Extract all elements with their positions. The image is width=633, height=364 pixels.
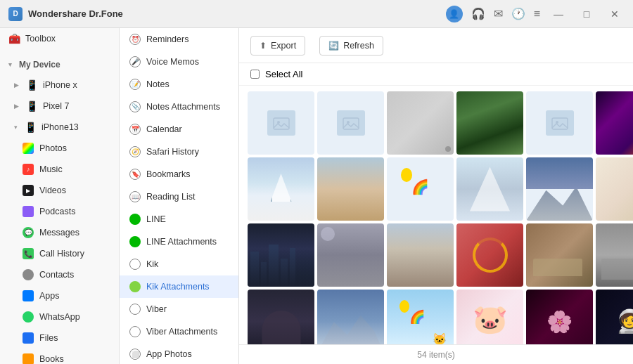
- kik-icon: [129, 259, 141, 270]
- mid-item-line-attachments[interactable]: LINE Attachments: [120, 230, 238, 253]
- sidebar-item-photos[interactable]: Photos: [0, 138, 119, 159]
- svg-rect-2: [343, 118, 359, 129]
- photo-grid: 🌈: [239, 86, 633, 344]
- photo-portrait[interactable]: [248, 290, 314, 344]
- sidebar-item-messages[interactable]: 💬 Messages: [0, 222, 119, 243]
- sidebar-item-call-history[interactable]: 📞 Call History: [0, 243, 119, 264]
- mid-item-kik-attachments[interactable]: Kik Attachments: [120, 275, 238, 298]
- mid-item-notes[interactable]: 📝 Notes: [120, 73, 238, 96]
- history-icon[interactable]: 🕐: [511, 7, 525, 20]
- photo-placeholder-2[interactable]: [317, 91, 384, 155]
- mid-item-app-photos[interactable]: ⬜ App Photos: [120, 343, 238, 364]
- app-photos-label: App Photos: [146, 349, 192, 359]
- headphone-icon[interactable]: 🎧: [471, 7, 485, 20]
- photo-rock-face[interactable]: [317, 223, 384, 287]
- app-title: Wondershare Dr.Fone: [28, 8, 123, 19]
- videos-icon: ▶: [23, 185, 34, 196]
- line-label: LINE: [146, 214, 166, 224]
- expand-arrow: ▾: [8, 61, 12, 68]
- sidebar-item-pixel-7[interactable]: ▶ 📱 Pixel 7: [0, 96, 119, 117]
- menu-icon[interactable]: ≡: [534, 8, 540, 20]
- sidebar-item-iphone-x[interactable]: ▶ 📱 iPhone x: [0, 74, 119, 96]
- sidebar-item-whatsapp[interactable]: WhatsApp: [0, 306, 119, 327]
- pixel-7-label: Pixel 7: [43, 101, 70, 111]
- mid-item-reading-list[interactable]: 📖 Reading List: [120, 186, 238, 208]
- photo-spinner[interactable]: [456, 223, 523, 287]
- sidebar-item-books[interactable]: Books: [0, 349, 119, 364]
- sidebar-item-music[interactable]: ♪ Music: [0, 159, 119, 180]
- photo-forest[interactable]: [456, 91, 523, 155]
- photo-astronaut[interactable]: 🧑‍🚀: [596, 290, 633, 344]
- photo-purple-door[interactable]: [596, 91, 633, 155]
- mid-item-kik[interactable]: Kik: [120, 253, 238, 275]
- notes-label: Notes: [146, 79, 170, 89]
- mid-item-calendar[interactable]: 📅 Calendar: [120, 118, 238, 141]
- mid-item-reminders[interactable]: ⏰ Reminders: [120, 28, 238, 51]
- reading-list-label: Reading List: [146, 192, 196, 202]
- viber-label: Viber: [146, 304, 167, 314]
- sidebar-item-videos[interactable]: ▶ Videos: [0, 180, 119, 201]
- photo-white-shape[interactable]: [456, 157, 523, 221]
- viber-attachments-label: Viber Attachments: [146, 327, 217, 337]
- mid-item-bookmarks[interactable]: 🔖 Bookmarks: [120, 163, 238, 186]
- contacts-icon: [23, 269, 34, 280]
- placeholder-icon-3: [546, 110, 574, 136]
- photos-app-icon: [23, 143, 34, 154]
- profile-icon[interactable]: 👤: [446, 6, 463, 22]
- iphone-x-icon: 📱: [26, 79, 37, 91]
- mid-item-safari-history[interactable]: 🧭 Safari History: [120, 141, 238, 163]
- sidebar-item-podcasts[interactable]: Podcasts: [0, 201, 119, 222]
- photo-placeholder-3[interactable]: [526, 91, 593, 155]
- sidebar-item-toolbox[interactable]: 🧰 Toolbox: [0, 28, 119, 49]
- mid-item-line[interactable]: LINE: [120, 208, 238, 230]
- refresh-button[interactable]: 🔄 Refresh: [319, 36, 383, 56]
- photo-sailboat1[interactable]: [248, 157, 314, 221]
- export-button[interactable]: ⬆ Export: [250, 36, 305, 56]
- mid-item-viber-attachments[interactable]: Viber Attachments: [120, 320, 238, 343]
- photo-car2[interactable]: [596, 223, 633, 287]
- placeholder-icon-1: [267, 110, 295, 136]
- call-history-label: Call History: [39, 249, 84, 259]
- app-icon: D: [8, 7, 23, 21]
- iphone13-label: iPhone13: [41, 122, 79, 132]
- messages-label: Messages: [39, 228, 79, 238]
- svg-rect-4: [552, 118, 568, 129]
- mid-item-viber[interactable]: Viber: [120, 298, 238, 320]
- calendar-label: Calendar: [146, 124, 182, 134]
- music-label: Music: [39, 164, 63, 174]
- photo-pig[interactable]: 🐷: [456, 290, 523, 344]
- photo-balloon1[interactable]: 🌈: [387, 157, 454, 221]
- photo-girl1[interactable]: [317, 157, 384, 221]
- photo-city-night[interactable]: [248, 223, 314, 287]
- photo-decor[interactable]: [596, 157, 633, 221]
- maximize-button[interactable]: □: [577, 4, 596, 24]
- line-attach-icon: [129, 236, 141, 247]
- photo-row-1: [248, 91, 625, 155]
- voice-memos-label: Voice Memos: [146, 57, 199, 67]
- safari-history-icon: 🧭: [129, 146, 141, 157]
- minimize-button[interactable]: —: [549, 4, 568, 24]
- photo-girl2[interactable]: [387, 223, 454, 287]
- apps-label: Apps: [39, 291, 60, 301]
- photo-car1[interactable]: [526, 223, 593, 287]
- photo-placeholder-1[interactable]: [248, 91, 314, 155]
- sidebar-item-apps[interactable]: Apps: [0, 285, 119, 306]
- close-button[interactable]: ✕: [605, 4, 625, 24]
- photo-dark-flowers[interactable]: 🌸: [526, 290, 593, 344]
- sidebar-item-files[interactable]: Files: [0, 327, 119, 349]
- mid-item-voice-memos[interactable]: 🎤 Voice Memos: [120, 51, 238, 73]
- mail-icon[interactable]: ✉: [494, 7, 503, 20]
- sidebar-item-iphone13[interactable]: ▾ 📱 iPhone13: [0, 117, 119, 138]
- title-bar-left: D Wondershare Dr.Fone: [8, 7, 123, 21]
- sidebar-item-contacts[interactable]: Contacts: [0, 264, 119, 285]
- placeholder-icon-2: [337, 110, 365, 136]
- photo-notebook[interactable]: [387, 91, 454, 155]
- videos-label: Videos: [39, 186, 66, 195]
- photo-mountain3[interactable]: [317, 290, 384, 344]
- mid-item-notes-attachments[interactable]: 📎 Notes Attachments: [120, 96, 238, 118]
- title-bar-right: 👤 🎧 ✉ 🕐 ≡ — □ ✕: [446, 4, 625, 24]
- photo-balloon2[interactable]: 🌈 🐱: [387, 290, 454, 344]
- select-all-checkbox[interactable]: [250, 70, 260, 79]
- photo-mountain1[interactable]: [526, 157, 593, 221]
- books-icon: [23, 353, 34, 364]
